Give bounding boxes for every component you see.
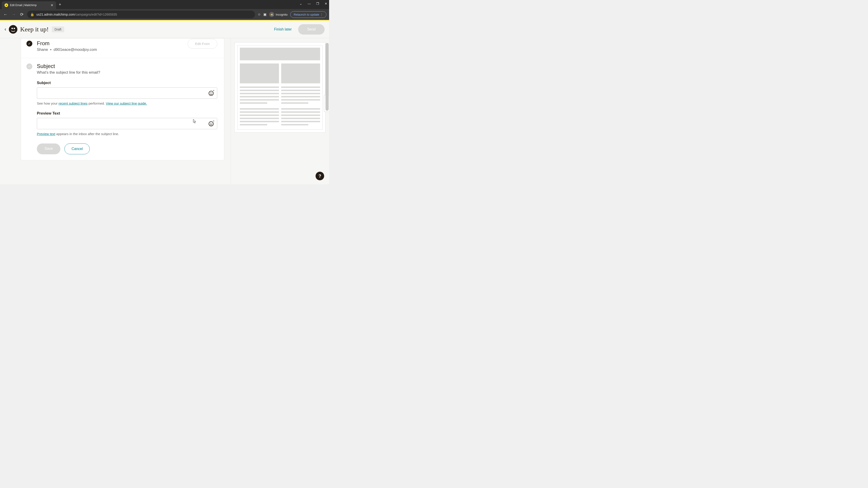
preview-text-link[interactable]: Preview text (37, 132, 55, 136)
forward-button[interactable]: → (11, 12, 16, 17)
preview-text-input[interactable] (37, 118, 217, 129)
panel-icon[interactable]: ▣ (264, 12, 267, 17)
preview-text-label: Preview Text (37, 111, 217, 116)
emoji-picker-icon[interactable]: + (208, 90, 215, 96)
email-preview-skeleton (235, 42, 326, 133)
mailchimp-logo (8, 25, 18, 34)
skeleton-hero (240, 48, 320, 60)
url-field[interactable]: 🔒 us21.admin.mailchimp.com/campaigns/edi… (27, 11, 255, 18)
back-chevron-icon[interactable]: ‹ (4, 26, 6, 32)
finish-later-button[interactable]: Finish later (274, 27, 291, 31)
subject-input[interactable] (37, 88, 217, 99)
from-summary: Shane • d901eace@moodjoy.com (37, 47, 217, 52)
relaunch-button[interactable]: Relaunch to update ⋮ (290, 11, 327, 18)
subject-question: What's the subject line for this email? (37, 70, 217, 75)
cancel-button[interactable]: Cancel (64, 143, 90, 154)
tabs-dropdown-icon[interactable]: ⌄ (300, 2, 302, 5)
skeleton-box (281, 64, 320, 84)
from-section: ✓ From Shane • d901eace@moodjoy.com Edit… (21, 38, 224, 58)
subject-line-guide-link[interactable]: View our subject line guide. (106, 101, 147, 105)
help-button[interactable]: ? (315, 172, 324, 180)
incognito-icon: 🕵 (269, 12, 274, 17)
incognito-badge: 🕵 Incognito (269, 12, 287, 17)
tab-bar: ✦ Edit Email | Mailchimp ✕ + (0, 0, 329, 9)
save-button[interactable]: Save (37, 143, 60, 154)
editor-column: ✓ From Shane • d901eace@moodjoy.com Edit… (0, 38, 230, 184)
preview-helper-rest: appears in the inbox after the subject l… (55, 132, 119, 136)
back-button[interactable]: ← (3, 12, 8, 17)
new-tab-button[interactable]: + (59, 2, 61, 7)
send-button[interactable]: Send (298, 24, 324, 35)
svg-point-3 (209, 91, 213, 96)
svg-point-5 (212, 92, 212, 93)
incognito-label: Incognito (276, 13, 287, 16)
url-path: /campaigns/edit?id=12665935 (75, 13, 117, 16)
emoji-picker-icon[interactable]: + (208, 121, 215, 127)
kebab-icon: ⋮ (320, 13, 323, 16)
preview-field-wrap: + (37, 118, 217, 129)
main-content: ✓ From Shane • d901eace@moodjoy.com Edit… (0, 38, 329, 184)
svg-point-4 (210, 92, 211, 93)
svg-point-0 (9, 25, 18, 34)
svg-point-7 (209, 122, 213, 126)
bookmark-icon[interactable]: ☆ (258, 12, 260, 17)
svg-point-2 (13, 28, 15, 29)
preview-helper: Preview text appears in the inbox after … (37, 132, 217, 136)
address-bar: ← → ⟳ 🔒 us21.admin.mailchimp.com/campaig… (0, 9, 329, 20)
reload-button[interactable]: ⟳ (19, 12, 24, 17)
svg-point-8 (210, 123, 211, 124)
url-host: us21.admin.mailchimp.com (36, 13, 75, 16)
recent-subject-lines-link[interactable]: recent subject lines (59, 101, 88, 105)
svg-point-9 (212, 123, 212, 124)
svg-text:+: + (213, 90, 214, 92)
editor-card: ✓ From Shane • d901eace@moodjoy.com Edit… (21, 38, 224, 160)
window-controls: ⌄ — ❐ ✕ (300, 2, 327, 5)
relaunch-label: Relaunch to update (293, 13, 319, 16)
from-name: Shane (37, 47, 48, 52)
close-window-icon[interactable]: ✕ (324, 2, 327, 5)
from-email: d901eace@moodjoy.com (54, 47, 97, 52)
subject-title: Subject (37, 63, 217, 69)
subject-actions: Save Cancel (37, 143, 217, 154)
pending-check-icon: ✓ (26, 64, 32, 69)
subject-section: ✓ Subject What's the subject line for th… (21, 58, 224, 160)
browser-chrome: ✦ Edit Email | Mailchimp ✕ + ⌄ — ❐ ✕ ← →… (0, 0, 329, 20)
svg-text:+: + (213, 121, 214, 122)
subject-helper: See how your recent subject lines perfor… (37, 101, 217, 105)
campaign-name: Keep it up! (20, 26, 49, 33)
app-header: ‹ Keep it up! Draft Finish later Send (0, 21, 329, 38)
scrollbar-thumb[interactable] (326, 43, 329, 111)
tab-title: Edit Email | Mailchimp (10, 4, 49, 7)
edit-from-button[interactable]: Edit From (188, 39, 217, 48)
minimize-icon[interactable]: — (308, 2, 311, 5)
subject-field-wrap: + (37, 88, 217, 99)
skeleton-box (240, 64, 279, 84)
draft-badge: Draft (52, 26, 64, 32)
preview-column (230, 38, 329, 184)
lock-icon: 🔒 (30, 13, 34, 16)
maximize-icon[interactable]: ❐ (316, 2, 319, 5)
from-separator: • (50, 47, 52, 52)
svg-point-1 (11, 28, 13, 29)
helper-text: See how your (37, 101, 59, 105)
helper-text-mid: performed. (88, 101, 106, 105)
browser-tab[interactable]: ✦ Edit Email | Mailchimp ✕ (2, 1, 56, 9)
subject-field-label: Subject (37, 80, 217, 85)
check-icon: ✓ (26, 41, 32, 46)
close-tab-icon[interactable]: ✕ (51, 3, 53, 7)
mailchimp-favicon: ✦ (4, 3, 8, 7)
